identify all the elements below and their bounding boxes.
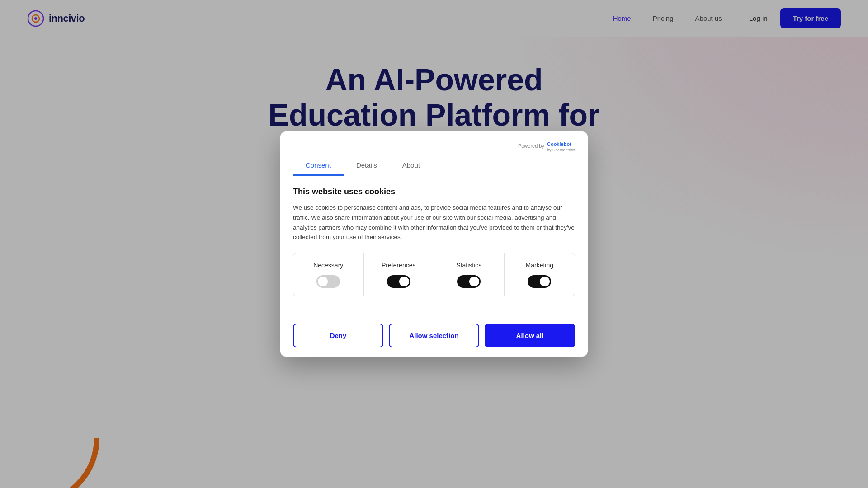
cookie-action-buttons: Deny Allow selection Allow all — [280, 318, 588, 357]
cookie-modal: Powered by Cookiebot by Usercentrics Con… — [280, 131, 588, 356]
toggle-statistics-label: Statistics — [456, 262, 481, 269]
toggle-preferences-switch[interactable] — [387, 275, 410, 288]
toggle-necessary: Necessary — [293, 253, 364, 296]
toggle-necessary-knob — [318, 277, 328, 286]
toggle-statistics-knob — [469, 277, 479, 286]
tab-consent[interactable]: Consent — [293, 156, 344, 176]
allow-selection-button[interactable]: Allow selection — [389, 324, 479, 347]
toggle-preferences-knob — [399, 277, 409, 286]
tab-details[interactable]: Details — [344, 156, 390, 176]
toggle-statistics: Statistics — [434, 253, 505, 296]
toggle-marketing-label: Marketing — [526, 262, 553, 269]
cookiebot-logo-block: Cookiebot by Usercentrics — [547, 140, 575, 152]
toggle-marketing-knob — [540, 277, 550, 286]
toggle-marketing: Marketing — [505, 253, 575, 296]
cookie-title: This website uses cookies — [293, 187, 575, 197]
cookiebot-logo: Cookiebot — [547, 141, 571, 147]
cookie-tabs: Consent Details About — [293, 156, 575, 176]
powered-by-text: Powered by — [518, 143, 544, 149]
cookiebot-sub: by Usercentrics — [547, 148, 575, 152]
cookiebot-branding: Powered by Cookiebot by Usercentrics — [293, 140, 575, 152]
toggle-marketing-switch[interactable] — [528, 275, 551, 288]
toggle-statistics-switch[interactable] — [457, 275, 481, 288]
allow-all-button[interactable]: Allow all — [485, 324, 575, 347]
toggle-preferences: Preferences — [364, 253, 434, 296]
toggle-necessary-switch — [316, 275, 340, 288]
tab-about[interactable]: About — [390, 156, 433, 176]
cookie-header: Powered by Cookiebot by Usercentrics Con… — [280, 131, 588, 176]
deny-button[interactable]: Deny — [293, 324, 383, 347]
cookie-overlay: Powered by Cookiebot by Usercentrics Con… — [0, 0, 868, 488]
cookie-description: We use cookies to personalise content an… — [293, 203, 575, 242]
cookie-body: This website uses cookies We use cookies… — [280, 176, 588, 318]
toggle-necessary-label: Necessary — [313, 262, 343, 269]
toggle-preferences-label: Preferences — [382, 262, 415, 269]
cookie-toggles-grid: Necessary Preferences Statistics — [293, 253, 575, 296]
